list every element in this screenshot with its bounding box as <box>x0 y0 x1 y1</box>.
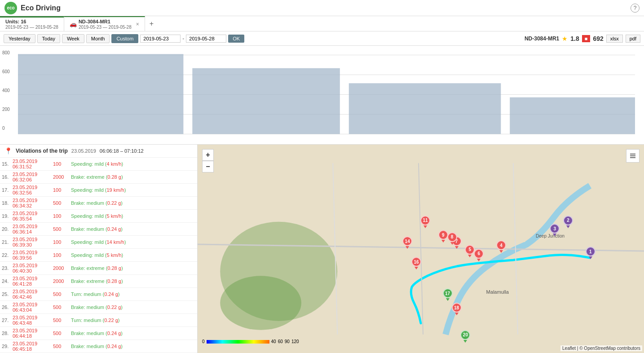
period-custom[interactable]: Custom <box>111 34 138 43</box>
violation-row[interactable]: 16. 23.05.2019 06:32:06 2000 Brake: extr… <box>0 171 197 184</box>
violation-row[interactable]: 26. 23.05.2019 06:43:04 500 Brake: mediu… <box>0 301 197 314</box>
violations-header: 📍 Violations of the trip 23.05.2019 06:0… <box>0 145 197 158</box>
v-date: 23.05.2019 06:42:46 <box>11 288 51 301</box>
ok-button[interactable]: OK <box>228 35 244 43</box>
violation-row[interactable]: 23. 23.05.2019 06:40:30 2000 Brake: extr… <box>0 262 197 275</box>
date-to-input[interactable] <box>186 35 226 43</box>
zoom-in-button[interactable]: + <box>202 149 214 161</box>
period-today[interactable]: Today <box>37 34 60 43</box>
app-header: eco Eco Driving ? <box>0 0 644 16</box>
tab-close-icon[interactable]: × <box>136 21 139 27</box>
map-marker-20[interactable]: 20 <box>460 330 470 343</box>
v-score: 100 <box>51 236 69 249</box>
map-zoom-controls: + − <box>202 149 214 172</box>
toolbar-right: ND-3084-MR1 ★ 1.8 ■ 692 xlsx pdf <box>525 35 640 43</box>
marker-pin-11 <box>423 225 427 228</box>
map-marker-6[interactable]: 6 <box>474 249 484 261</box>
main-content: 800 600 400 200 0 📍 <box>0 46 644 353</box>
violation-row[interactable]: 15. 23.05.2019 06:31:52 100 Speeding: mi… <box>0 158 197 171</box>
marker-circle-17: 17 <box>443 288 453 298</box>
period-week[interactable]: Week <box>62 34 84 43</box>
chart-area: 800 600 400 200 0 <box>0 46 644 145</box>
tab-nd3084[interactable]: 🚗 ND-3084-MR1 2019-05-23 — 2019-05-28 × <box>64 16 145 31</box>
tab-add-button[interactable]: + <box>145 16 158 31</box>
violation-row[interactable]: 20. 23.05.2019 06:36:14 500 Brake: mediu… <box>0 223 197 236</box>
y-label-800: 800 <box>2 50 10 55</box>
tab-units-label: Units: 16 <box>5 19 58 24</box>
v-num: 15. <box>0 158 11 171</box>
v-date: 23.05.2019 06:45:18 <box>11 340 51 353</box>
unit-name-label: ND-3084-MR1 <box>525 35 559 42</box>
tab-nd-dates: 2019-05-23 — 2019-05-28 <box>79 25 132 30</box>
export-pdf-button[interactable]: pdf <box>626 35 640 43</box>
v-desc: Brake: medium (0.22 g) <box>69 197 197 210</box>
y-label-600: 600 <box>2 69 10 74</box>
map-marker-5[interactable]: 5 <box>465 245 475 257</box>
violations-time: 06:06:18 – 07:10:12 <box>100 148 144 154</box>
violation-row[interactable]: 25. 23.05.2019 06:42:46 500 Turn: medium… <box>0 288 197 301</box>
period-month[interactable]: Month <box>86 34 110 43</box>
map-marker-8[interactable]: 8 <box>447 232 457 245</box>
chart-svg <box>18 50 635 140</box>
v-desc: Speeding: mild (14 km/h) <box>69 236 197 249</box>
violation-row[interactable]: 24. 23.05.2019 06:41:28 2000 Brake: extr… <box>0 275 197 288</box>
violation-row[interactable]: 17. 23.05.2019 06:32:56 100 Speeding: mi… <box>0 184 197 197</box>
speed-90: 90 <box>285 339 290 344</box>
map-marker-11[interactable]: 11 <box>420 216 430 228</box>
speed-gradient <box>207 340 269 344</box>
map-area[interactable]: Malamulla Deep Junction 1 2 3 4 5 6 7 <box>198 145 644 353</box>
violations-title: Violations of the trip <box>16 148 68 154</box>
map-marker-14[interactable]: 14 <box>402 236 412 249</box>
help-icon[interactable]: ? <box>631 4 640 13</box>
export-xlsx-button[interactable]: xlsx <box>606 35 623 43</box>
v-desc: Turn: medium (0.22 g) <box>69 314 197 327</box>
zoom-out-button[interactable]: − <box>202 161 214 172</box>
marker-pin-8 <box>450 242 454 245</box>
violation-row[interactable]: 27. 23.05.2019 06:43:48 500 Turn: medium… <box>0 314 197 327</box>
v-date: 23.05.2019 06:39:56 <box>11 249 51 262</box>
violation-row[interactable]: 29. 23.05.2019 06:45:18 500 Brake: mediu… <box>0 340 197 353</box>
violation-row[interactable]: 18. 23.05.2019 06:34:32 500 Brake: mediu… <box>0 197 197 210</box>
marker-pin-20 <box>463 340 467 343</box>
y-label-0: 0 <box>2 126 10 131</box>
v-desc: Brake: extreme (0.28 g) <box>69 171 197 184</box>
v-score: 500 <box>51 340 69 353</box>
violation-row[interactable]: 21. 23.05.2019 06:39:30 100 Speeding: mi… <box>0 236 197 249</box>
v-score: 100 <box>51 184 69 197</box>
date-from-input[interactable] <box>140 35 181 43</box>
marker-pin-2 <box>566 225 570 228</box>
violation-row[interactable]: 28. 23.05.2019 06:44:18 500 Brake: mediu… <box>0 327 197 340</box>
marker-circle-11: 11 <box>420 216 430 225</box>
v-date: 23.05.2019 06:35:54 <box>11 210 51 223</box>
v-score: 500 <box>51 327 69 340</box>
marker-circle-6: 6 <box>474 249 484 259</box>
v-date: 23.05.2019 06:36:14 <box>11 223 51 236</box>
map-marker-2[interactable]: 2 <box>563 216 573 228</box>
map-marker-4[interactable]: 4 <box>496 240 506 253</box>
period-yesterday[interactable]: Yesterday <box>4 34 35 43</box>
tab-units16[interactable]: Units: 16 2019-05-23 — 2019-05-28 <box>0 16 64 31</box>
svg-rect-6 <box>192 68 340 134</box>
v-desc: Speeding: mild (5 km/h) <box>69 249 197 262</box>
violation-row[interactable]: 19. 23.05.2019 06:35:54 100 Speeding: mi… <box>0 210 197 223</box>
map-marker-9[interactable]: 9 <box>438 230 448 243</box>
map-marker-16[interactable]: 16 <box>411 257 421 269</box>
map-marker-18[interactable]: 18 <box>452 303 462 315</box>
v-num: 26. <box>0 301 11 314</box>
v-score: 100 <box>51 158 69 171</box>
v-num: 20. <box>0 223 11 236</box>
map-layers-button[interactable] <box>626 149 640 163</box>
v-date: 23.05.2019 06:43:04 <box>11 301 51 314</box>
violation-row[interactable]: 22. 23.05.2019 06:39:56 100 Speeding: mi… <box>0 249 197 262</box>
v-num: 28. <box>0 327 11 340</box>
marker-circle-14: 14 <box>402 236 412 246</box>
map-marker-1[interactable]: 1 <box>586 247 595 259</box>
violations-badge: ■ <box>582 35 591 42</box>
v-date: 23.05.2019 06:32:56 <box>11 184 51 197</box>
speed-0: 0 <box>202 339 205 344</box>
marker-pin-3 <box>553 234 556 236</box>
marker-circle-20: 20 <box>460 330 470 340</box>
svg-rect-17 <box>630 154 635 154</box>
map-marker-3[interactable]: 3 <box>550 224 560 236</box>
map-marker-17[interactable]: 17 <box>443 288 453 301</box>
